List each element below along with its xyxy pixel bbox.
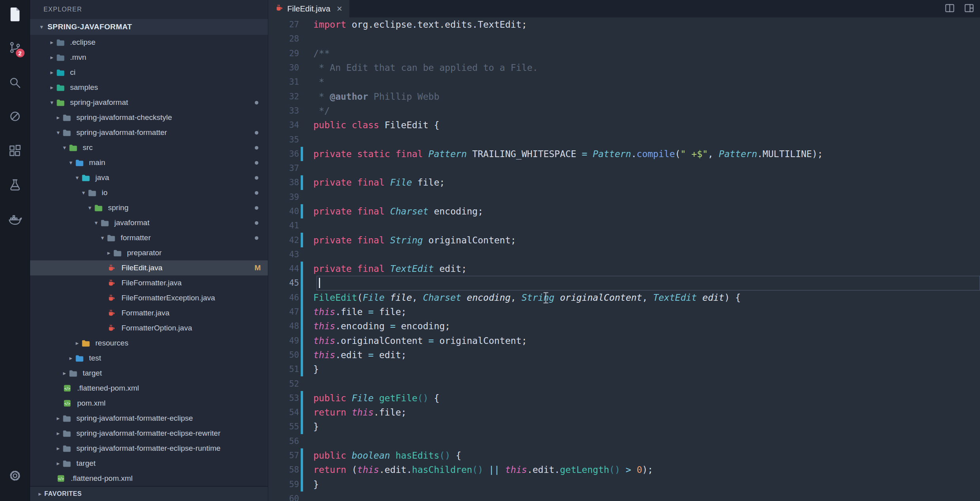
line-number[interactable]: 47 bbox=[268, 307, 299, 317]
favorites-section-header[interactable]: ▸ FAVORITES bbox=[30, 486, 268, 501]
line-number[interactable]: 55 bbox=[268, 422, 299, 431]
split-editor-icon[interactable] bbox=[944, 3, 955, 15]
code-line-34[interactable]: 34public class FileEdit { bbox=[268, 118, 980, 132]
line-number[interactable]: 34 bbox=[268, 120, 299, 130]
code-line-46[interactable]: 46FileEdit(File file, Charset encoding, … bbox=[268, 290, 980, 305]
code-line-36[interactable]: 36private static final Pattern TRAILING_… bbox=[268, 147, 980, 161]
line-number[interactable]: 30 bbox=[268, 63, 299, 72]
code-line-47[interactable]: 47this.file = file; bbox=[268, 305, 980, 319]
code-line-53[interactable]: 53public File getFile() { bbox=[268, 391, 980, 405]
line-number[interactable]: 40 bbox=[268, 207, 299, 216]
settings-gear-icon[interactable] bbox=[7, 468, 23, 484]
line-number[interactable]: 50 bbox=[268, 350, 299, 360]
line-number[interactable]: 28 bbox=[268, 34, 299, 44]
extensions-icon[interactable] bbox=[7, 143, 23, 159]
line-number[interactable]: 60 bbox=[268, 494, 299, 501]
tab-fileedit-java[interactable]: FileEdit.java × bbox=[268, 0, 349, 17]
code-area[interactable]: 27import org.eclipse.text.edits.TextEdit… bbox=[268, 17, 980, 501]
line-number[interactable]: 29 bbox=[268, 49, 299, 58]
tree-item[interactable]: ▾main bbox=[30, 155, 268, 170]
code-line-37[interactable]: 37 bbox=[268, 161, 980, 175]
tree-item[interactable]: </>.flattened-pom.xml bbox=[30, 471, 268, 486]
line-number[interactable]: 54 bbox=[268, 408, 299, 417]
tree-item[interactable]: ▾spring-javaformat bbox=[30, 95, 268, 110]
line-number[interactable]: 37 bbox=[268, 163, 299, 173]
code-line-55[interactable]: 55} bbox=[268, 419, 980, 434]
tree-item[interactable]: FileEdit.javaM bbox=[30, 260, 268, 275]
line-number[interactable]: 43 bbox=[268, 250, 299, 259]
debug-icon[interactable] bbox=[7, 108, 23, 124]
line-number[interactable]: 33 bbox=[268, 106, 299, 116]
tree-item[interactable]: ▸test bbox=[30, 351, 268, 366]
code-line-28[interactable]: 28 bbox=[268, 32, 980, 46]
code-line-44[interactable]: 44private final TextEdit edit; bbox=[268, 262, 980, 276]
code-line-40[interactable]: 40private final Charset encoding; bbox=[268, 204, 980, 218]
line-number[interactable]: 56 bbox=[268, 436, 299, 446]
line-number[interactable]: 45 bbox=[268, 278, 299, 288]
line-number[interactable]: 52 bbox=[268, 379, 299, 389]
tree-item[interactable]: ▾spring bbox=[30, 200, 268, 215]
tree-item[interactable]: ▾javaformat bbox=[30, 215, 268, 230]
code-line-56[interactable]: 56 bbox=[268, 434, 980, 448]
code-line-59[interactable]: 59} bbox=[268, 477, 980, 492]
code-line-43[interactable]: 43 bbox=[268, 247, 980, 262]
tree-item[interactable]: ▾java bbox=[30, 170, 268, 185]
line-number[interactable]: 27 bbox=[268, 20, 299, 29]
tree-item[interactable]: FormatterOption.java bbox=[30, 321, 268, 336]
line-number[interactable]: 57 bbox=[268, 451, 299, 460]
line-number[interactable]: 38 bbox=[268, 178, 299, 187]
code-line-30[interactable]: 30 * An Edit that can be applied to a Fi… bbox=[268, 61, 980, 75]
tree-item[interactable]: ▾spring-javaformat-formatter bbox=[30, 125, 268, 140]
line-number[interactable]: 36 bbox=[268, 149, 299, 159]
code-line-54[interactable]: 54return this.file; bbox=[268, 405, 980, 419]
tree-item[interactable]: FileFormatterException.java bbox=[30, 290, 268, 306]
code-line-39[interactable]: 39 bbox=[268, 190, 980, 204]
line-number[interactable]: 58 bbox=[268, 465, 299, 474]
tree-item[interactable]: ▸ci bbox=[30, 65, 268, 80]
tree-item[interactable]: ▸target bbox=[30, 366, 268, 381]
code-line-50[interactable]: 50this.edit = edit; bbox=[268, 348, 980, 362]
code-line-60[interactable]: 60 bbox=[268, 492, 980, 501]
tree-item[interactable]: ▸target bbox=[30, 456, 268, 471]
tree-item[interactable]: ▸preparator bbox=[30, 245, 268, 260]
tree-item[interactable]: ▸resources bbox=[30, 336, 268, 351]
line-number[interactable]: 41 bbox=[268, 221, 299, 230]
tree-item[interactable]: ▸.mvn bbox=[30, 50, 268, 65]
line-number[interactable]: 51 bbox=[268, 364, 299, 374]
code-line-58[interactable]: 58return (this.edit.hasChildren() || thi… bbox=[268, 463, 980, 477]
tree-item[interactable]: ▾io bbox=[30, 185, 268, 200]
code-line-51[interactable]: 51} bbox=[268, 362, 980, 376]
code-line-45[interactable]: 45 bbox=[268, 276, 980, 290]
line-number[interactable]: 39 bbox=[268, 192, 299, 202]
tree-item[interactable]: ▸spring-javaformat-formatter-eclipse-rew… bbox=[30, 426, 268, 441]
tree-item[interactable]: ▸spring-javaformat-checkstyle bbox=[30, 110, 268, 125]
code-line-32[interactable]: 32 * @author Phillip Webb bbox=[268, 89, 980, 103]
source-control-icon[interactable]: 2 bbox=[7, 40, 23, 55]
line-number[interactable]: 44 bbox=[268, 264, 299, 273]
line-number[interactable]: 42 bbox=[268, 235, 299, 245]
code-line-52[interactable]: 52 bbox=[268, 376, 980, 391]
code-line-31[interactable]: 31 * bbox=[268, 75, 980, 89]
tree-item[interactable]: ▸.eclipse bbox=[30, 35, 268, 50]
editor-layout-icon[interactable] bbox=[964, 3, 974, 15]
code-line-57[interactable]: 57public boolean hasEdits() { bbox=[268, 448, 980, 463]
code-line-29[interactable]: 29/** bbox=[268, 46, 980, 61]
line-number[interactable]: 49 bbox=[268, 336, 299, 345]
code-line-48[interactable]: 48this.encoding = encoding; bbox=[268, 319, 980, 333]
code-line-33[interactable]: 33 */ bbox=[268, 104, 980, 118]
code-line-38[interactable]: 38private final File file; bbox=[268, 175, 980, 190]
tree-item[interactable]: ▸spring-javaformat-formatter-eclipse-run… bbox=[30, 441, 268, 456]
tree-item[interactable]: </>pom.xml bbox=[30, 396, 268, 411]
test-beaker-icon[interactable] bbox=[7, 177, 23, 193]
search-icon[interactable] bbox=[7, 75, 23, 91]
line-number[interactable]: 53 bbox=[268, 393, 299, 403]
code-line-42[interactable]: 42private final String originalContent; bbox=[268, 233, 980, 247]
tree-item[interactable]: FileFormatter.java bbox=[30, 275, 268, 290]
tree-item[interactable]: </>.flattened-pom.xml bbox=[30, 381, 268, 396]
code-line-35[interactable]: 35 bbox=[268, 132, 980, 146]
code-line-27[interactable]: 27import org.eclipse.text.edits.TextEdit… bbox=[268, 17, 980, 32]
line-number[interactable]: 59 bbox=[268, 480, 299, 489]
code-line-41[interactable]: 41 bbox=[268, 218, 980, 233]
files-icon[interactable] bbox=[7, 6, 23, 22]
line-number[interactable]: 48 bbox=[268, 321, 299, 331]
